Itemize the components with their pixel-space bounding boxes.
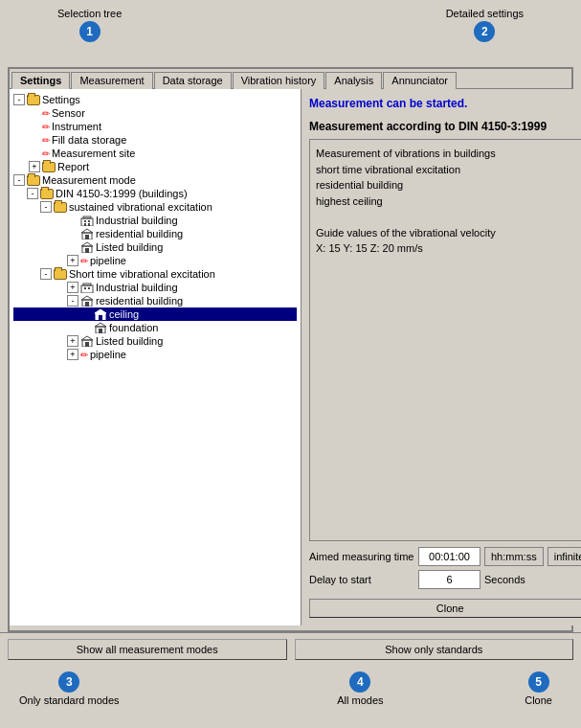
tree-item-foundation[interactable]: foundation bbox=[13, 321, 297, 334]
building-icon-ind2 bbox=[80, 282, 94, 293]
pencil-icon-pipe1: ✏ bbox=[80, 256, 88, 266]
time-format-btn[interactable]: hh:mm:ss bbox=[484, 547, 544, 566]
tab-analysis[interactable]: Analysis bbox=[325, 72, 382, 89]
svg-rect-1 bbox=[83, 216, 91, 218]
pencil-icon-sensor: ✏ bbox=[42, 108, 50, 119]
folder-icon-din4150 bbox=[40, 189, 54, 199]
bottom-area: Show all measurement modes Show only sta… bbox=[0, 632, 581, 666]
folder-icon-short bbox=[54, 269, 67, 280]
expand-din4150[interactable]: - bbox=[27, 188, 38, 199]
svg-rect-5 bbox=[88, 223, 90, 226]
svg-rect-0 bbox=[81, 218, 93, 226]
svg-rect-27 bbox=[85, 342, 89, 347]
tab-measurement[interactable]: Measurement bbox=[71, 72, 152, 89]
svg-rect-18 bbox=[85, 302, 89, 307]
tree-item-instrument[interactable]: ✏ Instrument bbox=[13, 120, 297, 133]
svg-rect-4 bbox=[84, 223, 86, 226]
expand-settings[interactable]: - bbox=[13, 94, 25, 105]
tree-item-listed2[interactable]: + Listed building bbox=[13, 334, 297, 348]
tree-item-report[interactable]: + Report bbox=[13, 160, 297, 173]
folder-icon-meas-mode bbox=[27, 175, 40, 186]
tree-item-pipe1[interactable]: + ✏ pipeline bbox=[13, 254, 297, 267]
infinite-btn[interactable]: infinite bbox=[547, 547, 581, 566]
tree-item-short[interactable]: - Short time vibrational excitation bbox=[13, 267, 297, 281]
delay-input[interactable] bbox=[418, 570, 480, 589]
expand-pipe1[interactable]: + bbox=[67, 255, 78, 266]
right-panel: Measurement can be started. Measurement … bbox=[302, 89, 581, 626]
building-icon-ind1 bbox=[80, 215, 94, 226]
measure-controls: Aimed measuring time hh:mm:ss infinite D… bbox=[309, 547, 581, 589]
tree-item-sensor[interactable]: ✏ Sensor bbox=[13, 106, 297, 120]
svg-marker-9 bbox=[81, 242, 93, 246]
svg-rect-14 bbox=[84, 287, 86, 289]
badge-4: 4 bbox=[349, 671, 370, 693]
building-icon-listed2 bbox=[80, 335, 94, 347]
building-icon-res1 bbox=[80, 228, 94, 239]
tab-settings[interactable]: Settings bbox=[11, 72, 70, 89]
svg-rect-2 bbox=[84, 220, 86, 222]
clone-button[interactable]: Clone bbox=[309, 599, 581, 618]
svg-rect-3 bbox=[88, 220, 90, 222]
tree-item-res2[interactable]: - residential building bbox=[13, 294, 297, 307]
status-text: Measurement can be started. bbox=[309, 97, 581, 110]
svg-rect-11 bbox=[85, 248, 89, 253]
svg-marker-19 bbox=[95, 309, 106, 313]
svg-rect-12 bbox=[81, 285, 93, 293]
svg-rect-24 bbox=[99, 329, 102, 333]
expand-meas-mode[interactable]: - bbox=[13, 174, 25, 186]
annotation-all-modes: 4 All modes bbox=[337, 671, 383, 706]
tree-item-ind1[interactable]: Industrial building bbox=[13, 214, 297, 227]
svg-rect-13 bbox=[83, 284, 91, 285]
badge-3: 3 bbox=[58, 671, 79, 693]
pencil-icon-fill-data: ✏ bbox=[42, 135, 50, 146]
tree-item-ind2[interactable]: + Industrial building bbox=[13, 281, 297, 294]
expand-listed2[interactable]: + bbox=[67, 335, 78, 347]
folder-icon-sustained bbox=[54, 202, 67, 213]
show-standards-btn[interactable]: Show only standards bbox=[295, 639, 574, 660]
folder-icon-settings bbox=[27, 95, 40, 105]
tree-item-sustained[interactable]: - sustained vibrational excitation bbox=[13, 200, 297, 214]
expand-report[interactable]: + bbox=[29, 161, 40, 172]
expand-sustained[interactable]: - bbox=[40, 201, 52, 213]
time-input[interactable] bbox=[418, 547, 480, 566]
main-window: Settings Measurement Data storage Vibrat… bbox=[8, 67, 573, 632]
tab-bar: Settings Measurement Data storage Vibrat… bbox=[10, 69, 571, 89]
annotation-clone: 5 Clone bbox=[525, 671, 552, 706]
building-icon-listed1 bbox=[80, 241, 94, 253]
folder-icon-report bbox=[42, 162, 56, 172]
tree-panel: - Settings ✏ Sensor ✏ Instrument ✏ Fill … bbox=[10, 89, 302, 626]
badge-5: 5 bbox=[528, 671, 549, 693]
annotation-only-standards: 3 Only standard modes bbox=[19, 671, 120, 706]
building-icon-res2 bbox=[80, 295, 94, 307]
content-area: - Settings ✏ Sensor ✏ Instrument ✏ Fill … bbox=[10, 89, 571, 626]
expand-res2[interactable]: - bbox=[67, 295, 78, 307]
svg-rect-15 bbox=[88, 287, 90, 289]
building-icon-foundation bbox=[94, 322, 107, 333]
tree-item-res1[interactable]: residential building bbox=[13, 227, 297, 240]
tree-item-meas-mode[interactable]: - Measurement mode bbox=[13, 173, 297, 187]
expand-pipe2[interactable]: + bbox=[67, 349, 78, 360]
bottom-annotations: 3 Only standard modes 4 All modes 5 Clon… bbox=[0, 666, 581, 728]
svg-marker-22 bbox=[95, 323, 106, 327]
tree-item-din4150[interactable]: - DIN 4150-3:1999 (buildings) bbox=[13, 187, 297, 200]
pencil-icon-pipe2: ✏ bbox=[80, 350, 88, 360]
expand-ind2[interactable]: + bbox=[67, 282, 78, 293]
svg-rect-8 bbox=[85, 235, 89, 239]
tab-annunciator[interactable]: Annunciator bbox=[383, 72, 457, 89]
tree-item-pipe2[interactable]: + ✏ pipeline bbox=[13, 348, 297, 361]
badge-1: 1 bbox=[79, 21, 101, 42]
tree-item-ceiling[interactable]: ceiling bbox=[13, 307, 297, 321]
expand-short[interactable]: - bbox=[40, 268, 52, 280]
tab-data-storage[interactable]: Data storage bbox=[154, 72, 232, 89]
building-icon-ceiling bbox=[94, 308, 107, 320]
tab-vibration-history[interactable]: Vibration history bbox=[233, 72, 325, 89]
tree-item-settings[interactable]: - Settings bbox=[13, 93, 297, 106]
tree-item-meas-site[interactable]: ✏ Measurement site bbox=[13, 147, 297, 160]
time-row: Aimed measuring time hh:mm:ss infinite bbox=[309, 547, 581, 566]
svg-rect-21 bbox=[99, 315, 102, 320]
tree-item-listed1[interactable]: Listed building bbox=[13, 240, 297, 254]
tree-item-fill-data[interactable]: ✏ Fill data storage bbox=[13, 133, 297, 147]
delay-row: Delay to start Seconds bbox=[309, 570, 581, 589]
show-all-btn[interactable]: Show all measurement modes bbox=[8, 639, 287, 660]
pencil-icon-instrument: ✏ bbox=[42, 122, 50, 132]
